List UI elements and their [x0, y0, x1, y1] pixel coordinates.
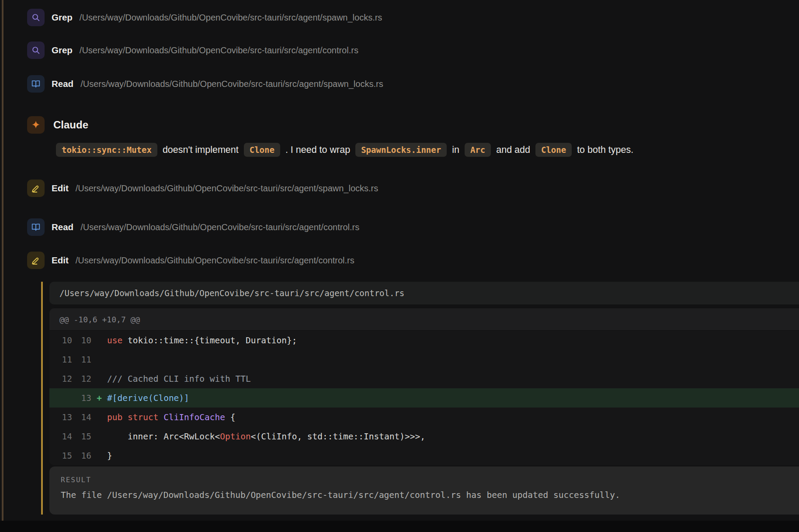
tool-row-edit-2[interactable]: Edit /Users/way/Downloads/Github/OpenCov… — [27, 252, 354, 269]
inline-code-chip: Clone — [535, 143, 572, 157]
tool-path: /Users/way/Downloads/Github/OpenCovibe/s… — [76, 183, 379, 193]
tool-label: Edit — [52, 183, 69, 193]
tool-path: /Users/way/Downloads/Github/OpenCovibe/s… — [76, 256, 354, 266]
tool-path: /Users/way/Downloads/Github/OpenCovibe/s… — [80, 79, 383, 89]
diff-code-block: @@ -10,6 +10,7 @@ 10 10 use tokio::time:… — [49, 308, 799, 465]
inline-code-chip: Arc — [465, 143, 491, 157]
tool-label: Read — [52, 222, 73, 232]
tool-row-read-1[interactable]: Read /Users/way/Downloads/Github/OpenCov… — [27, 75, 383, 93]
code-text: pub struct CliInfoCache { — [107, 412, 799, 422]
diff-file-path: /Users/way/Downloads/Github/OpenCovibe/s… — [59, 288, 404, 298]
inline-code-chip: SpawnLocks.inner — [355, 143, 447, 157]
pencil-icon — [27, 252, 45, 269]
new-line-number: 14 — [72, 412, 91, 422]
new-line-number: 16 — [72, 451, 91, 461]
book-icon — [27, 75, 45, 93]
new-line-number: 15 — [72, 432, 91, 442]
old-line-number: 14 — [56, 432, 72, 442]
new-line-number: 12 — [72, 374, 91, 384]
result-label: RESULT — [61, 476, 788, 484]
diff-line: 15 16 } — [49, 446, 799, 465]
pencil-icon — [27, 180, 45, 197]
new-line-number: 13 — [72, 393, 91, 403]
diff-line: 13 14 pub struct CliInfoCache { — [49, 408, 799, 427]
diff-sign: + — [91, 393, 107, 403]
message-text: doesn't implement — [163, 145, 239, 155]
tool-label: Edit — [52, 255, 69, 266]
result-text: The file /Users/way/Downloads/Github/Ope… — [61, 490, 788, 500]
diff-line: 10 10 use tokio::time::{timeout, Duratio… — [49, 331, 799, 350]
diff-panel: /Users/way/Downloads/Github/OpenCovibe/s… — [41, 282, 799, 515]
search-icon — [27, 41, 45, 59]
tool-path: /Users/way/Downloads/Github/OpenCovibe/s… — [80, 13, 382, 23]
diff-line: 12 12 /// Cached CLI info with TTL — [49, 369, 799, 388]
tool-label: Grep — [52, 12, 73, 23]
inline-code-chip: tokio::sync::Mutex — [56, 143, 157, 157]
assistant-message: tokio::sync::Mutex doesn't implement Clo… — [56, 141, 633, 159]
message-text: and add — [496, 145, 530, 155]
code-text: } — [107, 451, 799, 461]
diff-line-added: 13 + #[derive(Clone)] — [49, 388, 799, 408]
tool-row-grep-2[interactable]: Grep /Users/way/Downloads/Github/OpenCov… — [27, 41, 358, 59]
new-line-number: 11 — [72, 355, 91, 365]
tool-label: Read — [52, 79, 73, 89]
hunk-header-text: @@ -10,6 +10,7 @@ — [59, 315, 140, 324]
tool-label: Grep — [52, 45, 73, 55]
assistant-name: Claude — [53, 119, 88, 131]
tool-row-read-2[interactable]: Read /Users/way/Downloads/Github/OpenCov… — [27, 218, 359, 236]
old-line-number: 12 — [56, 374, 72, 384]
diff-line: 14 15 inner: Arc<RwLock<Option<(CliInfo,… — [49, 427, 799, 446]
hunk-header: @@ -10,6 +10,7 @@ — [49, 308, 799, 331]
inline-code-chip: Clone — [244, 143, 280, 157]
old-line-number: 15 — [56, 451, 72, 461]
code-text: use tokio::time::{timeout, Duration}; — [107, 335, 799, 345]
message-text: in — [452, 145, 459, 155]
book-icon — [27, 218, 45, 236]
old-line-number: 13 — [56, 412, 72, 422]
tool-result-block: RESULT The file /Users/way/Downloads/Git… — [49, 466, 799, 515]
new-line-number: 10 — [72, 335, 91, 345]
claude-sparkle-icon — [27, 116, 45, 134]
message-text: . I need to wrap — [285, 145, 350, 155]
old-line-number: 10 — [56, 335, 72, 345]
code-text: /// Cached CLI info with TTL — [107, 374, 799, 384]
thread-line — [2, 0, 3, 521]
search-icon — [27, 9, 45, 26]
message-text: to both types. — [577, 145, 633, 155]
tool-path: /Users/way/Downloads/Github/OpenCovibe/s… — [80, 222, 359, 232]
tool-row-grep-1[interactable]: Grep /Users/way/Downloads/Github/OpenCov… — [27, 9, 382, 26]
old-line-number: 11 — [56, 355, 72, 365]
conversation-view: Grep /Users/way/Downloads/Github/OpenCov… — [0, 0, 799, 532]
diff-file-path-bar: /Users/way/Downloads/Github/OpenCovibe/s… — [49, 282, 799, 304]
tool-row-edit-1[interactable]: Edit /Users/way/Downloads/Github/OpenCov… — [27, 180, 378, 197]
code-text: inner: Arc<RwLock<Option<(CliInfo, std::… — [107, 432, 799, 442]
diff-accent-line — [41, 282, 43, 515]
code-text: #[derive(Clone)] — [107, 393, 799, 403]
tool-path: /Users/way/Downloads/Github/OpenCovibe/s… — [80, 45, 358, 55]
bottom-strip — [0, 521, 799, 532]
assistant-header: Claude — [27, 116, 88, 134]
diff-line: 11 11 — [49, 350, 799, 369]
